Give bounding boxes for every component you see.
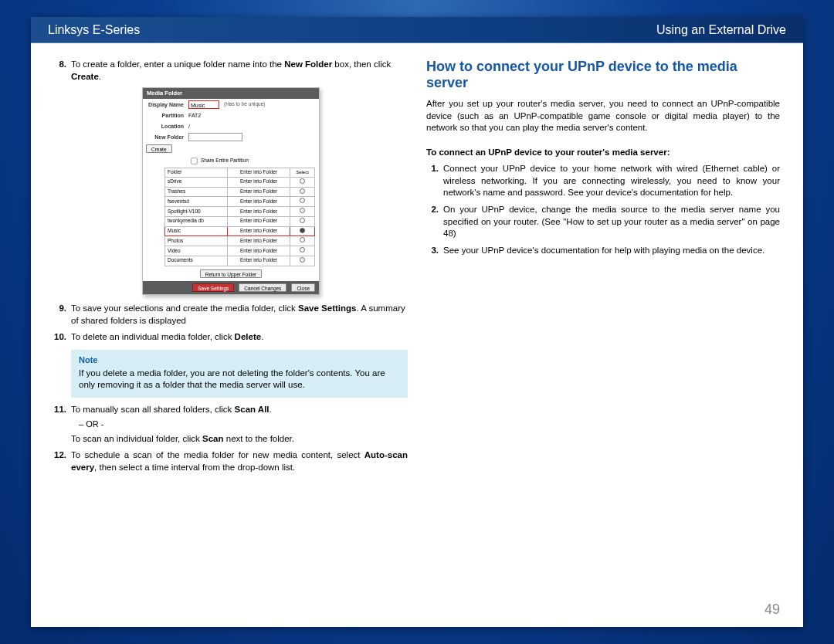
ms-folder-action[interactable]: Enter into Folder xyxy=(228,207,290,217)
ms-create-row: Create xyxy=(143,143,319,154)
ms-folder-action[interactable]: Enter into Folder xyxy=(228,187,290,197)
step-text: To schedule a scan of the media folder f… xyxy=(71,449,408,473)
step-num: 11. xyxy=(54,404,71,446)
ms-location-row: Location / xyxy=(143,121,319,131)
step-text: To create a folder, enter a unique folde… xyxy=(71,59,408,83)
ms-folder-row: VideoEnter into Folder xyxy=(165,246,315,256)
left-column: 8. To create a folder, enter a unique fo… xyxy=(54,59,408,599)
step-9: 9. To save your selections and create th… xyxy=(54,303,408,327)
step-num: 1. xyxy=(426,163,443,199)
page-number: 49 xyxy=(764,602,780,618)
ms-folder-select[interactable] xyxy=(290,187,315,197)
ms-folder-row: TrashesEnter into Folder xyxy=(165,187,315,197)
ms-cancel-button[interactable]: Cancel Changes xyxy=(239,283,286,292)
ms-folder-name: Folder xyxy=(165,168,228,178)
ms-location-label: Location xyxy=(146,123,188,130)
step-11: 11. To manually scan all shared folders,… xyxy=(54,404,408,446)
step-8: 8. To create a folder, enter a unique fo… xyxy=(54,59,408,83)
ms-folder-row: fseventsdEnter into Folder xyxy=(165,197,315,207)
ms-folder-action[interactable]: Enter into Folder xyxy=(228,168,290,178)
step-num: 3. xyxy=(426,245,443,257)
header-product: Linksys E-Series xyxy=(48,23,140,37)
ms-folder-action[interactable]: Enter into Folder xyxy=(228,197,290,207)
ms-display-hint: (Has to be unique) xyxy=(224,101,265,108)
right-step: 1.Connect your UPnP device to your home … xyxy=(426,163,780,199)
ms-folder-name: Music xyxy=(165,226,228,236)
step-num: 8. xyxy=(54,59,71,83)
ms-folder-row: DocumentsEnter into Folder xyxy=(165,256,315,266)
ms-display-input[interactable]: Music xyxy=(188,100,219,109)
note-title: Note xyxy=(79,354,400,366)
ms-folder-select[interactable] xyxy=(290,256,315,266)
ms-display-label: Display Name xyxy=(146,101,188,108)
ms-title: Media Folder xyxy=(143,88,319,99)
header-section: Using an External Drive xyxy=(656,23,786,37)
ms-folder-select[interactable] xyxy=(290,226,315,236)
step-text: To delete an individual media folder, cl… xyxy=(71,331,408,344)
right-step: 2.On your UPnP device, change the media … xyxy=(426,204,780,240)
manual-page: Linksys E-Series Using an External Drive… xyxy=(31,17,803,627)
ms-folder-name: Documents xyxy=(165,256,228,266)
ms-folder-select[interactable]: Select xyxy=(290,168,315,178)
step-text: On your UPnP device, change the media so… xyxy=(443,204,780,240)
step-12: 12. To schedule a scan of the media fold… xyxy=(54,449,408,473)
ms-share-checkbox[interactable] xyxy=(191,158,197,164)
ms-newfolder-label: New Folder xyxy=(146,134,188,141)
section-heading: How to connect your UPnP device to the m… xyxy=(426,59,780,90)
ms-partition-val: FAT2 xyxy=(188,112,316,119)
ms-return-row: Return to Upper Folder xyxy=(143,266,319,281)
ms-folder-table: FolderEnter into FolderSelectsDriveEnter… xyxy=(164,168,315,266)
ms-folder-name: sDrive xyxy=(165,177,228,187)
ms-share-row: Share Entire Partition xyxy=(143,154,319,168)
ms-folder-row: twonkymedia dbEnter into Folder xyxy=(165,216,315,226)
ms-folder-select[interactable] xyxy=(290,236,315,246)
ms-folder-select[interactable] xyxy=(290,216,315,226)
note-box: Note If you delete a media folder, you a… xyxy=(71,350,408,398)
right-column: How to connect your UPnP device to the m… xyxy=(426,59,780,599)
step-text: See your UPnP device's documentation for… xyxy=(443,245,780,257)
ms-folder-select[interactable] xyxy=(290,207,315,217)
ms-folder-row: sDriveEnter into Folder xyxy=(165,177,315,187)
scan-individual: To scan an individual folder, click Scan… xyxy=(71,433,408,446)
step-text: To save your selections and create the m… xyxy=(71,303,408,327)
right-step: 3.See your UPnP device's documentation f… xyxy=(426,245,780,257)
ms-newfolder-row: New Folder xyxy=(143,131,319,143)
ms-folder-action[interactable]: Enter into Folder xyxy=(228,177,290,187)
ms-folder-name: Video xyxy=(165,246,228,256)
sub-heading: To connect an UPnP device to your router… xyxy=(426,147,780,159)
ms-folder-select[interactable] xyxy=(290,197,315,207)
step-num: 10. xyxy=(54,331,71,344)
ms-folder-action[interactable]: Enter into Folder xyxy=(228,256,290,266)
step-num: 12. xyxy=(54,449,71,473)
ms-partition-row: Partition FAT2 xyxy=(143,110,319,120)
ms-newfolder-input[interactable] xyxy=(188,133,242,141)
or-text: – OR - xyxy=(79,419,408,430)
content-area: 8. To create a folder, enter a unique fo… xyxy=(31,43,803,599)
ms-folder-name: twonkymedia db xyxy=(165,216,228,226)
ms-partition-label: Partition xyxy=(146,112,188,119)
ms-folder-select[interactable] xyxy=(290,177,315,187)
ms-folder-action[interactable]: Enter into Folder xyxy=(228,246,290,256)
ms-folder-row: MusicEnter into Folder xyxy=(165,226,315,236)
ms-location-val: / xyxy=(188,123,316,130)
ms-folder-row: Spotlight-V100Enter into Folder xyxy=(165,207,315,217)
ms-return-button[interactable]: Return to Upper Folder xyxy=(200,269,262,278)
ms-folder-action[interactable]: Enter into Folder xyxy=(228,236,290,246)
ms-folder-select[interactable] xyxy=(290,246,315,256)
ms-display-row: Display Name Music (Has to be unique) xyxy=(143,99,319,110)
step-num: 9. xyxy=(54,303,71,327)
ms-folder-name: Photos xyxy=(165,236,228,246)
ms-folder-action[interactable]: Enter into Folder xyxy=(228,226,290,236)
ms-folder-name: Trashes xyxy=(165,187,228,197)
step-num: 2. xyxy=(426,204,443,240)
ms-folder-name: fseventsd xyxy=(165,197,228,207)
ms-close-button[interactable]: Close xyxy=(291,283,315,292)
ms-create-button[interactable]: Create xyxy=(146,144,172,153)
ms-folder-row: PhotosEnter into Folder xyxy=(165,236,315,246)
ms-share-label: Share Entire Partition xyxy=(201,158,249,164)
page-header: Linksys E-Series Using an External Drive xyxy=(31,17,803,43)
media-folder-screenshot: Media Folder Display Name Music (Has to … xyxy=(142,87,320,295)
ms-save-button[interactable]: Save Settings xyxy=(192,283,234,292)
ms-folder-action[interactable]: Enter into Folder xyxy=(228,216,290,226)
note-body: If you delete a media folder, you are no… xyxy=(79,368,400,391)
